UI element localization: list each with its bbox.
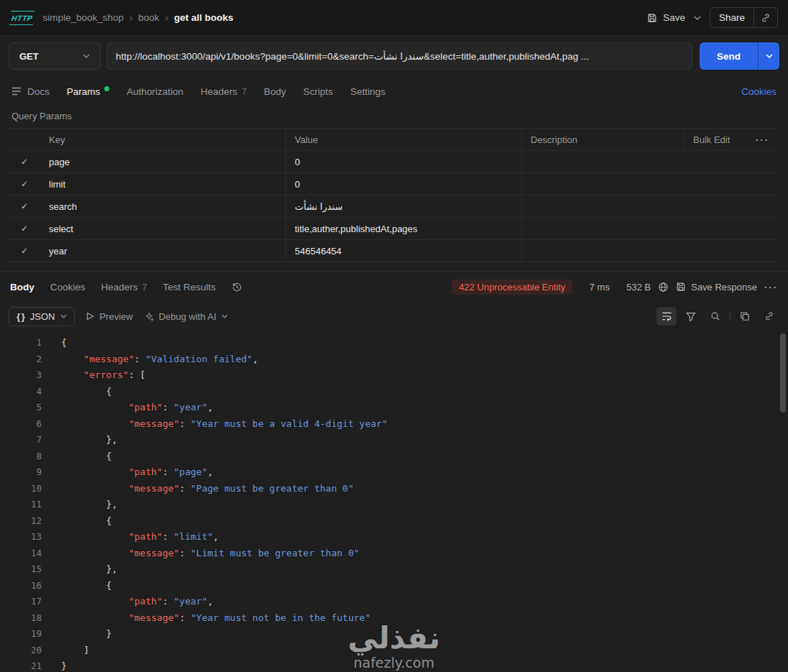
meta-separator: ·: [617, 283, 619, 291]
bulk-edit-button[interactable]: Bulk Edit: [693, 134, 730, 145]
response-tab-body[interactable]: Body: [10, 282, 35, 293]
docs-label: Docs: [27, 86, 50, 97]
param-description-cell[interactable]: [522, 173, 779, 195]
method-select[interactable]: GET: [9, 42, 101, 70]
param-value-cell[interactable]: title,auther,publishedAt,pages: [286, 218, 522, 239]
code-line: 1{: [0, 335, 788, 351]
docs-button[interactable]: Docs: [12, 86, 50, 97]
response-tab-headers[interactable]: Headers7: [101, 282, 147, 293]
param-key-cell[interactable]: limit: [40, 173, 286, 195]
line-number: 18: [0, 610, 42, 627]
param-description-cell[interactable]: [522, 195, 779, 217]
response-panel: Body Cookies Headers7 Test Results 422 U…: [0, 271, 788, 672]
filter-icon[interactable]: [681, 307, 701, 326]
param-key-cell[interactable]: select: [40, 218, 286, 239]
line-number: 3: [0, 367, 42, 384]
param-checkbox[interactable]: ✓: [9, 218, 40, 239]
param-key-cell[interactable]: page: [40, 151, 286, 172]
copy-icon[interactable]: [735, 307, 755, 326]
param-value-cell[interactable]: 0: [286, 173, 522, 195]
tab-headers[interactable]: Headers7: [201, 86, 247, 97]
wrap-text-icon[interactable]: [656, 307, 677, 326]
response-headers-count: 7: [142, 282, 147, 293]
response-size[interactable]: 532 B: [626, 282, 651, 293]
tab-settings[interactable]: Settings: [350, 86, 385, 97]
preview-button[interactable]: Preview: [86, 311, 132, 322]
top-actions: Save Share: [647, 7, 778, 28]
param-checkbox[interactable]: ✓: [9, 151, 40, 172]
history-icon[interactable]: [232, 282, 242, 293]
code-text: }: [42, 626, 111, 643]
line-number: 12: [0, 513, 42, 530]
param-checkbox[interactable]: ✓: [9, 195, 40, 217]
line-number: 1: [0, 335, 42, 351]
code-text: "errors": [: [42, 367, 145, 384]
url-input[interactable]: [106, 42, 692, 70]
params-rows: ✓page0✓limit0✓searchسندرا نشأت✓selecttit…: [9, 151, 779, 262]
code-text: {: [42, 578, 111, 594]
code-line: 18 "message": "Year must not be in the f…: [0, 610, 788, 627]
response-tab-test-results[interactable]: Test Results: [163, 282, 216, 293]
tab-scripts[interactable]: Scripts: [303, 86, 333, 97]
send-button[interactable]: Send: [700, 42, 758, 70]
code-text: "message": "Page must be greater than 0": [42, 481, 354, 497]
scrollbar-thumb[interactable]: [780, 333, 786, 413]
cookies-link[interactable]: Cookies: [741, 86, 776, 97]
param-row: ✓page0: [9, 151, 779, 173]
tab-headers-label: Headers: [201, 86, 237, 97]
code-line: 20 ]: [0, 643, 788, 659]
debug-with-ai-button[interactable]: Debug with AI: [145, 311, 228, 322]
param-checkbox[interactable]: ✓: [9, 240, 40, 262]
format-select[interactable]: { } JSON: [9, 307, 75, 326]
param-value-cell[interactable]: 0: [286, 151, 522, 172]
line-number: 7: [0, 432, 42, 448]
response-toolbar: { } JSON Preview Debug with AI: [0, 302, 788, 331]
tab-params[interactable]: Params: [67, 86, 110, 97]
save-button[interactable]: Save: [647, 12, 685, 23]
share-button[interactable]: Share: [710, 7, 778, 28]
param-description-cell[interactable]: [522, 240, 779, 262]
param-key-cell[interactable]: search: [40, 195, 286, 217]
line-number: 14: [0, 546, 42, 562]
response-code[interactable]: 1{2 "message": "Validation failed",3 "er…: [0, 335, 788, 672]
save-options-chevron-icon[interactable]: [694, 16, 701, 20]
line-number: 19: [0, 626, 42, 643]
topbar: HTTP simple_book_shop › book › get all b…: [0, 0, 788, 36]
tab-body[interactable]: Body: [264, 86, 286, 97]
select-all-checkbox[interactable]: [9, 129, 40, 150]
chevron-down-icon: [60, 314, 67, 318]
line-number: 4: [0, 384, 42, 400]
code-line: 5 "path": "year",: [0, 400, 788, 416]
breadcrumb-collection[interactable]: simple_book_shop: [42, 12, 124, 23]
app-window: HTTP simple_book_shop › book › get all b…: [0, 0, 788, 672]
param-value-cell[interactable]: 546546454: [286, 240, 522, 262]
copy-link-icon[interactable]: [753, 9, 777, 27]
param-description-cell[interactable]: [522, 218, 779, 239]
request-tabs: Docs Params Authorization Headers7 Body …: [0, 76, 788, 106]
code-line: 12 {: [0, 513, 788, 530]
response-tab-cookies[interactable]: Cookies: [50, 282, 86, 293]
search-icon[interactable]: [705, 307, 725, 326]
code-line: 2 "message": "Validation failed",: [0, 351, 788, 368]
response-time[interactable]: 7 ms: [590, 282, 610, 293]
status-badge[interactable]: 422 Unprocessable Entity: [452, 280, 572, 295]
save-response-button[interactable]: Save Response: [676, 282, 757, 293]
breadcrumb-request[interactable]: get all books: [174, 12, 234, 23]
response-more-icon[interactable]: ···: [764, 282, 778, 293]
chevron-down-icon: [83, 54, 90, 58]
code-text: }: [42, 658, 67, 672]
table-more-icon[interactable]: ···: [756, 134, 769, 145]
column-header-value: Value: [286, 129, 522, 150]
network-globe-icon[interactable]: [658, 282, 669, 293]
param-key-cell[interactable]: year: [40, 240, 286, 262]
link-icon[interactable]: [759, 307, 779, 326]
debug-with-ai-label: Debug with AI: [159, 311, 216, 322]
response-tabs: Body Cookies Headers7 Test Results 422 U…: [0, 272, 788, 302]
param-description-cell[interactable]: [522, 151, 779, 172]
send-options-chevron-icon[interactable]: [758, 42, 779, 70]
breadcrumb-folder[interactable]: book: [138, 12, 159, 23]
tab-authorization[interactable]: Authorization: [127, 86, 183, 97]
param-value-cell[interactable]: سندرا نشأت: [286, 195, 522, 217]
param-checkbox[interactable]: ✓: [9, 173, 40, 195]
code-text: "path": "year",: [42, 594, 213, 610]
